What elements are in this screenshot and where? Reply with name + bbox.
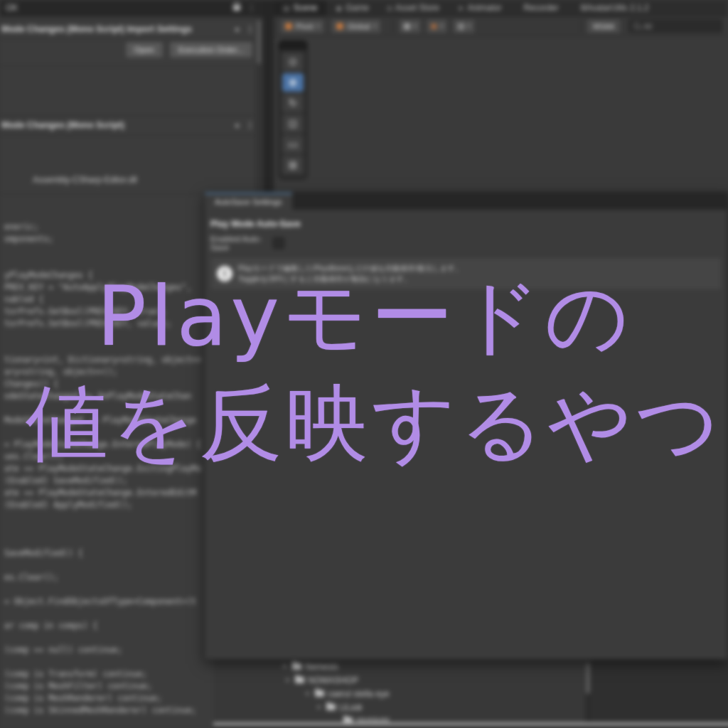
tab-icon: ➤ — [458, 4, 464, 12]
snap-icon: ▥ — [457, 21, 464, 31]
tab-asset-store[interactable]: ◘ Asset Store — [378, 0, 449, 16]
tab-recorder[interactable]: Recorder — [510, 0, 567, 16]
autosave-tabbar: AutoSave Settings — [205, 193, 727, 210]
tab-lilavatarutils[interactable]: lilAvatarUtils 2.1.2 — [568, 0, 658, 16]
foldout-arrow-icon[interactable]: ▼ — [304, 690, 311, 697]
divider — [0, 65, 255, 66]
foldout-arrow-icon[interactable]: ▼ — [282, 663, 289, 670]
tool-icon: ↻ — [289, 97, 298, 109]
folder-icon — [315, 690, 324, 697]
tab-icon: ◉ — [336, 4, 342, 12]
import-settings-header: Mode Changes (Mono Script) Import Settin… — [0, 20, 255, 38]
search-value: All — [643, 22, 652, 31]
tab-label: lilAvatarUtils 2.1.2 — [581, 3, 649, 13]
divider — [0, 115, 255, 116]
global-label: Global — [347, 22, 370, 31]
tab-scene[interactable]: ▤ Scene — [274, 0, 326, 16]
tab-autosave-settings[interactable]: AutoSave Settings — [205, 193, 292, 210]
pivot-dropdown[interactable]: Pivot ▾ — [279, 18, 325, 34]
chevron-down-icon: ▾ — [468, 23, 471, 29]
grid-snap-button[interactable]: ▦ ▾ — [398, 18, 421, 34]
tree-row[interactable]: ▼ Nemesis — [213, 660, 585, 673]
foldout-arrow-icon[interactable]: ▼ — [316, 704, 323, 711]
tree-row[interactable]: ▼ NOWASHOP — [213, 673, 585, 687]
kebab-menu-icon[interactable]: ⋮ — [246, 25, 255, 33]
tool-icon: ⊕ — [289, 76, 298, 89]
overlay-drag-handle[interactable] — [279, 41, 307, 50]
import-settings-title: Mode Changes (Mono Script) Import Settin… — [0, 24, 235, 34]
inspector-titlebar: OK ⋮ — [0, 0, 263, 16]
tree-label: Nemesis — [305, 662, 338, 672]
titlebar-icons: ⋮ — [233, 4, 263, 12]
help-icon[interactable]: ● — [235, 121, 240, 129]
snap-buttons: ▦ ▾ ◉ ▾ ▥ ▾ — [398, 18, 479, 34]
scene-toolbar: Pivot ▾ Global ▾ ▦ ▾ — [274, 16, 728, 36]
scrollbar-thumb[interactable] — [257, 20, 261, 64]
tree-label: LiLa⊕ — [339, 702, 363, 712]
execution-order-button[interactable]: Execution Order... — [169, 41, 253, 58]
tree-label: NOWASHOP — [308, 675, 358, 685]
scale-tool-button[interactable]: ⊡ — [282, 114, 304, 133]
kebab-menu-icon[interactable]: ⋮ — [247, 4, 256, 12]
assembly-label: Assembly-CSharp-Editor.dll — [33, 175, 137, 185]
lock-icon[interactable] — [233, 5, 240, 11]
divider — [0, 38, 255, 39]
search-input[interactable]: All — [628, 19, 722, 33]
view-tool-button[interactable]: ⊙ — [282, 53, 304, 71]
snap-icon: ▦ — [403, 21, 410, 31]
tool-icon: ⊡ — [289, 117, 298, 130]
kebab-menu-icon[interactable]: ⋮ — [246, 121, 255, 129]
tree-label: caerul stella eye — [328, 689, 390, 699]
rotate-tool-button[interactable]: ↻ — [282, 94, 304, 112]
mono-script-header: Mode Changes (Mono Script) ● ⋮ — [0, 116, 255, 134]
help-icon[interactable]: ● — [235, 25, 240, 33]
tree-row[interactable]: ▼ LiLa⊕ — [213, 700, 585, 714]
snap-settings-button[interactable]: ▥ ▾ — [452, 18, 475, 34]
folder-icon — [292, 663, 301, 670]
tab-label: Game — [346, 3, 369, 13]
move-tool-button[interactable]: ⊕ — [282, 73, 304, 92]
global-icon — [336, 23, 343, 30]
increment-snap-button[interactable]: ◉ ▾ — [426, 18, 449, 34]
inspector-buttons: Open Execution Order... — [0, 41, 253, 58]
preview-subpanel — [591, 660, 728, 728]
chevron-down-icon: ▾ — [414, 23, 417, 29]
tree-row[interactable]: ▼ caerul stella eye — [213, 687, 585, 700]
enabled-autosave-row: Enabled Auto-Save — [210, 235, 722, 252]
unity-editor-screenshot: OK ⋮ Mode Changes (Mono Script) Import S… — [0, 0, 728, 728]
tab-icon: ▤ — [283, 4, 289, 12]
tab-game[interactable]: ◉ Game — [326, 0, 378, 16]
tab-label: Recorder — [523, 3, 558, 13]
rect-tool-button[interactable]: ▭ — [282, 135, 304, 154]
msaa-button[interactable]: MSAA — [586, 18, 621, 34]
toolbar-separator — [580, 20, 581, 33]
pivot-icon — [285, 23, 292, 30]
divider — [0, 19, 255, 20]
open-button[interactable]: Open — [125, 41, 164, 58]
divider — [0, 135, 255, 136]
pivot-label: Pivot — [296, 22, 313, 31]
tab-icon: ◘ — [387, 4, 392, 12]
global-dropdown[interactable]: Global ▾ — [331, 18, 382, 34]
chevron-down-icon: ▾ — [316, 23, 319, 29]
snap-icon: ◉ — [431, 21, 438, 31]
section-title: Play Mode Auto-Save — [210, 219, 722, 229]
window-title: OK — [0, 3, 233, 13]
tab-animator[interactable]: ➤ Animator — [449, 0, 510, 16]
overlay-caption-line2: 値を反映するやつ — [26, 368, 724, 479]
tab-label: Asset Store — [395, 3, 439, 13]
scene-tabbar: ▤ Scene ◉ Game ◘ Asset Store — [274, 0, 728, 16]
project-scrollbar[interactable] — [585, 661, 591, 722]
overlay-caption-line1: Playモードの — [97, 262, 633, 373]
enabled-autosave-label: Enabled Auto-Save — [210, 235, 273, 252]
chevron-down-icon: ▾ — [373, 23, 376, 29]
scene-tools-overlay: ⊙ ⊕ ↻ ⊡ — [278, 40, 308, 180]
foldout-arrow-icon[interactable]: ▼ — [284, 677, 291, 684]
tool-icon: ⊞ — [289, 159, 298, 171]
scrollbar-thumb[interactable] — [586, 663, 590, 694]
tool-icon: ▭ — [288, 138, 298, 151]
transform-tool-button[interactable]: ⊞ — [282, 156, 304, 174]
folder-icon — [295, 677, 304, 683]
tool-icon: ⊙ — [289, 55, 298, 68]
enabled-autosave-checkbox[interactable] — [273, 237, 284, 249]
